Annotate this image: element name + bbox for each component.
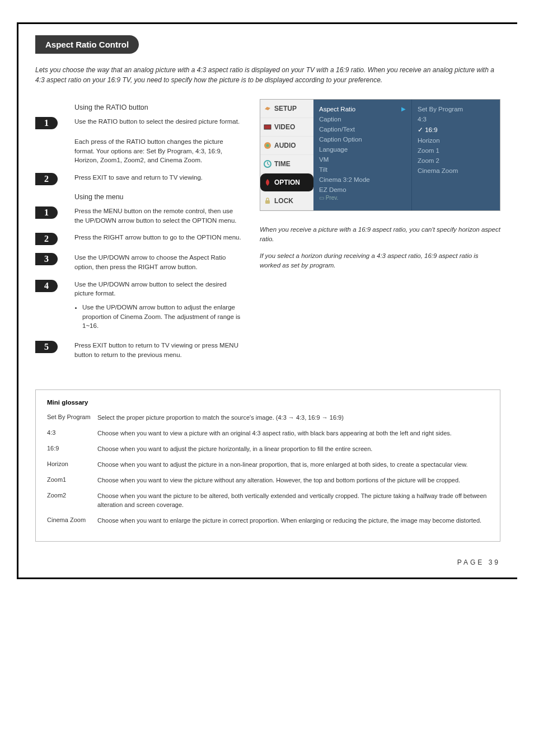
gloss-def-5: Choose when you want the picture to be a…	[97, 492, 489, 510]
gloss-term-5: Zoom2	[47, 492, 97, 510]
osd-tabs: SETUP VIDEO AUDIO TIME	[260, 100, 313, 210]
osd-menu-caption-text: Caption/Text	[319, 124, 406, 134]
osd-menu-aspect-ratio: Aspect Ratio ▶	[319, 104, 406, 114]
gloss-def-4: Choose when you want to view the picture…	[97, 476, 489, 485]
time-icon	[264, 160, 271, 168]
osd-tab-video: VIDEO	[260, 118, 313, 137]
osd-screenshot: SETUP VIDEO AUDIO TIME	[260, 99, 500, 211]
ratio-heading: Using the RATIO button	[74, 104, 243, 111]
gloss-term-1: 4:3	[47, 429, 97, 438]
osd-tab-time: TIME	[260, 155, 313, 173]
osd-sub-cinemazoom: Cinema Zoom	[418, 166, 494, 176]
menu-step-4-bullet: Use the UP/DOWN arrow button to adjust t…	[82, 303, 243, 331]
osd-menu-vm: VM	[319, 154, 406, 165]
gloss-term-6: Cinema Zoom	[47, 516, 97, 525]
video-icon	[264, 123, 271, 131]
gloss-def-3: Choose when you want to adjust the pictu…	[97, 461, 489, 469]
osd-sub-horizon: Horizon	[418, 135, 494, 145]
osd-tab-lock: LOCK	[260, 192, 313, 210]
option-icon	[264, 179, 271, 186]
osd-menu-language: Language	[319, 144, 406, 154]
gloss-term-2: 16:9	[47, 445, 97, 454]
osd-tab-audio: AUDIO	[260, 137, 313, 155]
osd-menu-caption: Caption	[319, 114, 406, 124]
osd-submenu: Set By Program 4:3 16:9 Horizon Zoom 1 Z…	[411, 100, 500, 210]
osd-prev-label: Prev.	[326, 195, 339, 201]
intro-text: Lets you choose the way that an analog p…	[35, 65, 500, 85]
osd-tab-audio-label: AUDIO	[274, 142, 296, 149]
step-badge-m2: 2	[35, 233, 58, 245]
gloss-term-4: Zoom1	[47, 476, 97, 485]
gloss-def-6: Choose when you want to enlarge the pict…	[97, 516, 489, 525]
mini-glossary: Mini glossary Set By ProgramSelect the p…	[35, 389, 500, 542]
menu-heading: Using the menu	[74, 193, 243, 201]
section-header: Aspect Ratio Control	[35, 35, 139, 54]
gloss-def-0: Select the proper picture proportion to …	[97, 414, 489, 422]
step-badge-m5: 5	[35, 341, 58, 353]
menu-step-3: Use the UP/DOWN arrow to choose the Aspe…	[74, 253, 243, 271]
osd-note-2: If you select a horizon during receiving…	[260, 251, 500, 270]
osd-tab-option: OPTION	[260, 173, 313, 192]
menu-step-4: Use the UP/DOWN arrow button to select t…	[74, 280, 243, 333]
audio-icon	[264, 142, 271, 149]
gloss-def-2: Choose when you want to adjust the pictu…	[97, 445, 489, 454]
ratio-note: Each press of the RATIO button changes t…	[74, 137, 243, 165]
glossary-title: Mini glossary	[47, 399, 489, 406]
osd-sub-169: 16:9	[418, 124, 494, 135]
step-badge-2: 2	[35, 173, 58, 185]
osd-tab-setup-label: SETUP	[274, 105, 297, 112]
step-badge-m1: 1	[35, 206, 58, 219]
gloss-def-1: Choose when you want to view a picture w…	[97, 429, 489, 438]
osd-tab-lock-label: LOCK	[274, 197, 293, 205]
osd-menu-caption-option: Caption Option	[319, 134, 406, 144]
svg-point-2	[266, 144, 269, 147]
page-frame: Aspect Ratio Control Lets you choose the…	[17, 22, 517, 579]
osd-sub-zoom1: Zoom 1	[418, 145, 494, 156]
page-number: PAGE 39	[35, 558, 500, 566]
osd-note-1: When you receive a picture with a 16:9 a…	[260, 225, 500, 243]
menu-step-4-text: Use the UP/DOWN arrow button to select t…	[74, 281, 227, 297]
osd-tab-option-label: OPTION	[274, 179, 300, 186]
osd-tab-time-label: TIME	[274, 160, 291, 168]
step-badge-1: 1	[35, 117, 58, 129]
gloss-term-3: Horizon	[47, 461, 97, 469]
svg-rect-0	[264, 125, 271, 129]
right-column: SETUP VIDEO AUDIO TIME	[260, 99, 500, 367]
arrow-right-icon: ▶	[401, 106, 406, 112]
osd-sub-zoom2: Zoom 2	[418, 156, 494, 166]
osd-menu: Aspect Ratio ▶ Caption Caption/Text Capt…	[313, 100, 411, 210]
osd-prev: ▭ Prev.	[319, 195, 406, 201]
left-column: Using the RATIO button 1 Use the RATIO b…	[35, 99, 243, 367]
step-badge-m4: 4	[35, 280, 58, 292]
osd-sub-setbyprogram: Set By Program	[418, 104, 494, 114]
setup-icon	[264, 105, 271, 112]
osd-tab-setup: SETUP	[260, 100, 313, 118]
step-badge-m3: 3	[35, 253, 58, 265]
menu-step-5: Press EXIT button to return to TV viewin…	[74, 341, 243, 359]
menu-step-2: Press the RIGHT arrow button to go to th…	[74, 233, 243, 242]
osd-menu-tilt: Tilt	[319, 165, 406, 175]
ratio-step-2: Press EXIT to save and return to TV view…	[74, 173, 243, 182]
osd-menu-aspect-ratio-label: Aspect Ratio	[319, 106, 355, 112]
ratio-step-1: Use the RATIO button to select the desir…	[74, 117, 243, 126]
gloss-term-0: Set By Program	[47, 414, 97, 422]
osd-sub-43: 4:3	[418, 114, 494, 124]
osd-menu-cinema32: Cinema 3:2 Mode	[319, 175, 406, 185]
osd-tab-video-label: VIDEO	[274, 123, 295, 131]
svg-rect-4	[265, 200, 270, 204]
osd-menu-ezdemo: EZ Demo	[319, 185, 406, 195]
menu-step-1: Press the MENU button on the remote cont…	[74, 206, 243, 225]
lock-icon	[264, 197, 271, 205]
